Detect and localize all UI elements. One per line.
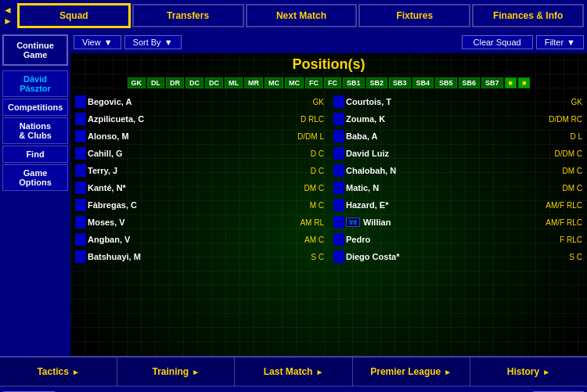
bottom-tab-premier-league[interactable]: Premier League ► xyxy=(353,358,470,386)
tactics-label: Tactics xyxy=(37,366,68,377)
player-color-bar xyxy=(333,130,344,142)
table-row[interactable]: Diego Costa* S C xyxy=(332,248,584,265)
player-position: AM/F RLC xyxy=(535,201,582,210)
pos-tag-dc2[interactable]: DC xyxy=(205,77,223,88)
tab-squad[interactable]: Squad xyxy=(17,3,131,28)
pos-tag-sb3[interactable]: SB3 xyxy=(389,77,411,88)
tab-fixtures[interactable]: Fixtures xyxy=(358,4,470,27)
player-name: Begovic, A xyxy=(88,97,275,106)
pos-tag-extra2[interactable]: ■ xyxy=(518,77,530,88)
player-name: Willian xyxy=(363,218,534,227)
player-color-bar xyxy=(75,95,86,108)
pos-tag-sb2[interactable]: SB2 xyxy=(366,77,388,88)
position-tags-row: GK DL DR DC DC ML MR MC MC FC FC SB1 SB2… xyxy=(70,77,587,92)
content-area: View ▼ Sort By ▼ Clear Squad Filter ▼ Po… xyxy=(70,31,587,356)
bottom-tab-tactics[interactable]: Tactics ► xyxy=(0,358,117,386)
pos-tag-mr[interactable]: MR xyxy=(244,77,263,88)
table-row[interactable]: Moses, V AM RL xyxy=(74,214,326,231)
history-arrow: ► xyxy=(542,368,550,376)
table-row[interactable]: Terry, J D C xyxy=(74,162,326,179)
table-row[interactable]: Begovic, A GK xyxy=(74,93,326,110)
table-row[interactable]: Angban, V AM C xyxy=(74,231,326,248)
nav-arrow-left[interactable]: ◄ xyxy=(3,5,13,15)
player-color-bar xyxy=(333,233,344,246)
pos-tag-sb5[interactable]: SB5 xyxy=(435,77,457,88)
player-color-bar xyxy=(333,113,344,125)
tab-next-match[interactable]: Next Match xyxy=(246,4,358,27)
table-row[interactable]: Chalobah, N DM C xyxy=(332,162,584,179)
player-name: Moses, V xyxy=(88,218,275,227)
table-row[interactable]: Courtois, T GK xyxy=(332,93,584,110)
filter-button[interactable]: Filter ▼ xyxy=(536,35,584,49)
player-color-bar xyxy=(333,199,344,211)
player-color-bar xyxy=(75,113,86,125)
tab-finances-info[interactable]: Finances & Info xyxy=(472,4,584,27)
pos-tag-extra1[interactable]: ■ xyxy=(505,77,517,88)
player-color-bar xyxy=(333,216,344,228)
clear-squad-button[interactable]: Clear Squad xyxy=(462,35,533,49)
player-position: D/DM C xyxy=(535,149,582,158)
tab-transfers[interactable]: Transfers xyxy=(132,4,244,27)
table-row[interactable]: Batshuayi, M S C xyxy=(74,248,326,265)
table-row[interactable]: Fàbregas, C M C xyxy=(74,196,326,214)
pos-tag-fc1[interactable]: FC xyxy=(305,77,322,88)
tactics-arrow: ► xyxy=(72,368,80,376)
nav-arrows: ◄ ► xyxy=(3,5,13,26)
pos-tag-dc1[interactable]: DC xyxy=(185,77,203,88)
pos-tag-gk[interactable]: GK xyxy=(128,77,146,88)
table-row[interactable]: Int Willian AM/F RLC xyxy=(332,214,584,231)
player-color-bar xyxy=(75,147,86,160)
pos-tag-sb6[interactable]: SB6 xyxy=(459,77,481,88)
pos-tag-sb1[interactable]: SB1 xyxy=(343,77,365,88)
table-row[interactable]: David Luiz D/DM C xyxy=(332,145,584,162)
bottom-tab-training[interactable]: Training ► xyxy=(117,358,235,386)
player-position: D C xyxy=(277,167,324,175)
premier-league-label: Premier League xyxy=(370,366,441,377)
player-position: D RLC xyxy=(277,115,324,124)
table-row[interactable]: Pedro F RLC xyxy=(332,231,584,248)
bottom-tab-history[interactable]: History ► xyxy=(470,358,587,386)
player-name: Terry, J xyxy=(88,166,275,175)
table-row[interactable]: Azpilicueta, C D RLC xyxy=(74,110,326,128)
player-name: Baba, A xyxy=(346,131,534,141)
int-badge: Int xyxy=(346,218,360,227)
continue-game-button[interactable]: Continue Game xyxy=(2,34,68,66)
table-row[interactable]: Alonso, M D/DM L xyxy=(74,128,326,145)
table-row[interactable]: Kanté, N* DM C xyxy=(74,179,326,196)
player-position: DM C xyxy=(277,184,324,192)
sidebar-item-nations-clubs[interactable]: Nations& Clubs xyxy=(2,117,68,144)
pos-tag-sb7[interactable]: SB7 xyxy=(481,77,503,88)
sidebar-item-competitions[interactable]: Competitions xyxy=(2,99,68,116)
table-row[interactable]: Hazard, E* AM/F RLC xyxy=(332,196,584,214)
table-row[interactable]: Baba, A D L xyxy=(332,128,584,145)
sidebar-item-game-options[interactable]: GameOptions xyxy=(2,164,68,191)
training-label: Training xyxy=(153,366,189,377)
player-position: D/DM L xyxy=(277,132,324,141)
player-color-bar xyxy=(333,164,344,177)
pos-tag-dr[interactable]: DR xyxy=(166,77,184,88)
table-row[interactable]: Cahill, G D C xyxy=(74,145,326,162)
view-dropdown-arrow: ▼ xyxy=(104,38,113,47)
table-row[interactable]: Matic, N DM C xyxy=(332,179,584,196)
player-name: Kanté, N* xyxy=(88,183,275,192)
continue-label: Continue xyxy=(7,41,63,50)
bottom-tab-last-match[interactable]: Last Match ► xyxy=(235,358,352,386)
pos-tag-fc2[interactable]: FC xyxy=(324,77,341,88)
view-button[interactable]: View ▼ xyxy=(74,35,121,49)
bottom-navigation: Tactics ► Training ► Last Match ► Premie… xyxy=(0,356,587,386)
table-row[interactable]: Zouma, K D/DM RC xyxy=(332,110,584,128)
pos-tag-ml[interactable]: ML xyxy=(225,77,243,88)
nav-arrow-right[interactable]: ► xyxy=(3,16,13,26)
pos-tag-dl[interactable]: DL xyxy=(147,77,164,88)
training-arrow: ► xyxy=(192,368,200,376)
sort-by-button[interactable]: Sort By ▼ xyxy=(124,35,182,49)
player-color-bar xyxy=(75,233,86,246)
player-name: Cahill, G xyxy=(88,149,275,158)
sidebar-item-find[interactable]: Find xyxy=(2,146,68,163)
player-color-bar xyxy=(75,250,86,263)
main-layout: Continue Game Dávid Pásztor Competitions… xyxy=(0,31,587,356)
pos-tag-mc2[interactable]: MC xyxy=(285,77,304,88)
player-position: S C xyxy=(535,253,582,261)
pos-tag-mc1[interactable]: MC xyxy=(265,77,283,88)
pos-tag-sb4[interactable]: SB4 xyxy=(412,77,434,88)
